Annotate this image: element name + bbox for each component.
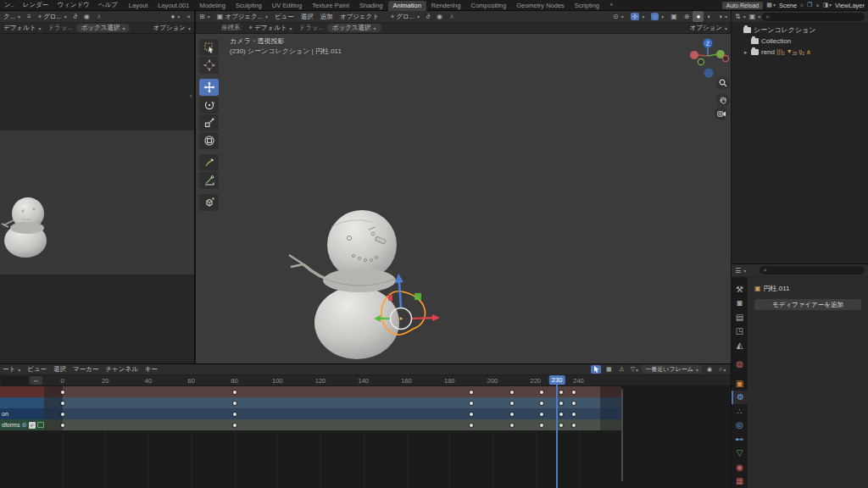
keyframe[interactable] <box>61 402 64 405</box>
workspace-tab-compositing[interactable]: Compositing <box>465 1 511 11</box>
camera-view-button[interactable] <box>715 107 728 120</box>
playhead-line[interactable] <box>556 384 558 488</box>
keyframe[interactable] <box>61 413 64 416</box>
keyframe[interactable] <box>559 413 563 416</box>
show-overlays-toggle[interactable]: ◌▾ <box>648 11 667 22</box>
hamburger-icon[interactable]: ≡ <box>24 11 35 22</box>
orientation-dropdown[interactable]: ⌖グロ...▾ <box>387 11 423 22</box>
viewport-canvas[interactable]: カメラ・透視投影 (230) シーンコレクション | 円柱.011 <box>196 34 731 363</box>
xray-toggle-icon[interactable]: ▣ <box>667 11 681 22</box>
shading-wireframe-icon[interactable]: ⊕ <box>681 11 693 22</box>
outliner-display-dropdown[interactable]: ▣▾ <box>748 11 763 22</box>
menu-window[interactable]: ウィンドウ <box>53 1 93 9</box>
workspace-tab-shading[interactable]: Shading <box>354 1 388 11</box>
scene-name[interactable]: Scene <box>779 2 797 9</box>
keyframe[interactable] <box>61 424 64 427</box>
properties-tab-object-data[interactable]: ▽ <box>732 446 748 461</box>
viewlayer-name[interactable]: ViewLayer <box>835 2 865 9</box>
mode-dropdown[interactable]: ク...▾ <box>0 11 24 22</box>
keyframe[interactable] <box>510 402 514 405</box>
properties-tab-render[interactable]: ◙ <box>732 297 748 311</box>
filter-funnel-icon[interactable]: ▽▾ <box>629 365 639 374</box>
shading-material-icon[interactable]: ◐ <box>704 11 715 22</box>
keyframe[interactable] <box>510 413 514 416</box>
menu-select[interactable]: 選択 <box>50 364 70 374</box>
frame-ruler[interactable]: 020406080100120140160180200220240 <box>0 375 731 386</box>
outliner-row-rend[interactable]: ▸rend)))2▼25ϙ2⋔ <box>732 47 868 58</box>
menu-view[interactable]: ビュー <box>24 364 50 374</box>
properties-tab-view-layer[interactable]: ◳ <box>732 324 748 339</box>
gizmo-dropdown[interactable]: ⊙▾ <box>609 11 627 22</box>
channel-range-icon[interactable] <box>37 422 44 428</box>
workspace-tab-animation[interactable]: Animation <box>388 1 426 11</box>
falloff-icon[interactable]: ∧▾ <box>717 365 727 374</box>
object-mode-dropdown[interactable]: ▣オブジェク...▾ <box>214 11 271 22</box>
keyframe[interactable] <box>470 391 473 394</box>
snap-icon[interactable]: ∂ <box>423 11 433 22</box>
menu-marker[interactable]: マーカー <box>70 364 102 374</box>
add-modifier-button[interactable]: モディファイアーを追加 <box>754 299 861 310</box>
falloff-icon[interactable]: ∧ <box>446 11 458 22</box>
viewlayer-browse-icon[interactable]: ◨▾ <box>822 2 832 8</box>
channel-row-1[interactable] <box>0 397 44 408</box>
falloff-icon[interactable]: ∧ <box>93 11 105 22</box>
workspace-tab-layout-001[interactable]: Layout.001 <box>153 1 194 11</box>
properties-tab-tool[interactable]: ⚒ <box>732 282 748 297</box>
keyframe[interactable] <box>233 413 236 416</box>
keyframe[interactable] <box>540 413 543 416</box>
keyframe[interactable] <box>510 391 514 394</box>
properties-tab-scene[interactable]: ◭ <box>732 338 748 352</box>
properties-tab-object[interactable]: ▣ <box>732 376 748 391</box>
options-dropdown[interactable]: オプション▾ <box>150 23 194 33</box>
channel-dforms[interactable]: dforms⚙✓ <box>0 419 44 430</box>
keyframe[interactable] <box>510 424 514 427</box>
properties-tab-modifiers[interactable]: ⚙ <box>732 391 748 405</box>
channel-enabled-checkbox[interactable]: ✓ <box>29 422 36 429</box>
keyframe[interactable] <box>233 424 236 427</box>
snap-mode-dropdown[interactable]: 一番近いフレーム▾ <box>642 365 702 374</box>
scene-search-icon[interactable]: ⌕ <box>800 2 804 8</box>
drag-label[interactable]: ドラッ... <box>44 23 75 33</box>
camera-view-area[interactable]: ‹ <box>0 34 194 363</box>
workspace-tab-geometry-nodes[interactable]: Geometry Nodes <box>511 1 570 11</box>
select-cursor-icon[interactable] <box>591 365 601 374</box>
sidebar-collapse-arrow[interactable]: ‹ <box>190 92 192 100</box>
zoom-button[interactable] <box>716 76 730 90</box>
keyframe[interactable] <box>233 391 236 394</box>
outliner-filter-dropdown[interactable]: ⇅▾ <box>732 11 748 22</box>
channel-row-0[interactable] <box>0 386 44 397</box>
navigation-gizmo[interactable]: Z <box>690 39 729 78</box>
properties-tab-output[interactable]: ▤ <box>732 310 748 324</box>
channel-on[interactable]: on <box>0 408 44 419</box>
scene-browse-icon[interactable]: ▦▾ <box>766 2 776 8</box>
editor-type-dropdown[interactable]: ート▾ <box>0 364 24 374</box>
keyframe[interactable] <box>540 391 543 394</box>
scene-unlink-icon[interactable]: × <box>815 3 819 8</box>
transform-marker-icon[interactable]: ▦ <box>604 365 614 374</box>
workspace-tab-rendering[interactable]: Rendering <box>426 1 466 11</box>
editor-type-dropdown[interactable]: ⊞▾ <box>196 11 214 22</box>
options-dropdown[interactable]: オプション▾ <box>687 23 731 33</box>
shading-solid-icon[interactable]: ● <box>693 11 704 22</box>
keyframe[interactable] <box>572 413 576 416</box>
pan-hand-button[interactable] <box>716 93 730 107</box>
keyframe[interactable] <box>61 391 64 394</box>
expander-icon[interactable]: ▸ <box>744 49 751 56</box>
properties-tab-world[interactable]: ◍ <box>732 358 748 372</box>
outliner-search-input[interactable]: ⌕ <box>762 13 865 21</box>
properties-tab-texture[interactable]: ▦ <box>732 474 748 488</box>
keyframe[interactable] <box>470 413 473 416</box>
drag-label[interactable]: ドラッ... <box>296 23 327 33</box>
properties-tab-particles[interactable]: ∴ <box>732 404 748 419</box>
properties-tab-physics[interactable]: ◎ <box>732 419 748 433</box>
menu-key[interactable]: キー <box>142 364 161 374</box>
workspace-tab-texture-paint[interactable]: Texture Paint <box>307 1 354 11</box>
channel-search-field[interactable] <box>1 376 28 385</box>
keyframe[interactable] <box>559 424 563 427</box>
breadcrumb-object-name[interactable]: 円柱.011 <box>764 284 790 293</box>
keyframe[interactable] <box>470 424 473 427</box>
keyframe[interactable] <box>233 402 236 405</box>
orientation-dropdown[interactable]: ⌖グロ...▾ <box>35 11 70 22</box>
select-box-dropdown[interactable]: ボックス選択▾ <box>327 24 381 32</box>
outliner-row-Collection[interactable]: Collection <box>732 36 868 47</box>
